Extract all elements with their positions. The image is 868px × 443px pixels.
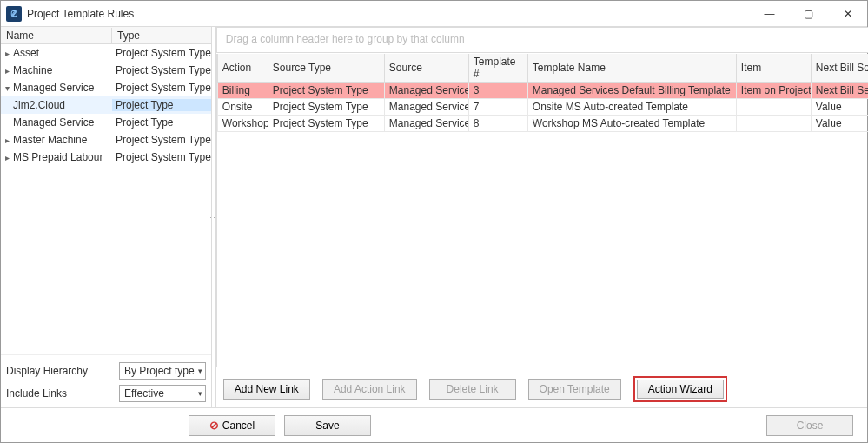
grid-header-template-num[interactable]: Template # (468, 54, 527, 83)
tree-row[interactable]: ▾Managed ServiceProject System Type (1, 79, 211, 96)
add-new-link-button[interactable]: Add New Link (223, 379, 310, 400)
cell-stype: Project System Type (268, 83, 384, 99)
titlebar: ⎚ Project Template Rules — ▢ ✕ (1, 1, 867, 27)
table-row[interactable]: OnsiteProject System TypeManaged Service… (217, 99, 868, 116)
close-button[interactable]: Close (766, 415, 853, 436)
window-title: Project Template Rules (27, 8, 134, 20)
left-controls: Display Hierarchy By Project type ▾ Incl… (1, 354, 211, 407)
right-buttons: Add New Link Add Action Link Delete Link… (216, 367, 868, 407)
window-frame: ⎚ Project Template Rules — ▢ ✕ Name Type… (0, 0, 868, 443)
tree-item-type: Project System Type (112, 151, 211, 163)
group-by-bar[interactable]: Drag a column header here to group by th… (216, 27, 868, 53)
table-row[interactable]: BillingProject System TypeManaged Servic… (217, 83, 868, 99)
tree-item-type: Project System Type (112, 82, 211, 94)
cell-item (736, 99, 811, 116)
tree-item-type: Project Type (112, 116, 211, 129)
open-template-button[interactable]: Open Template (528, 379, 621, 400)
grid-header-source[interactable]: Source (384, 54, 468, 83)
cell-stype: Project System Type (268, 116, 384, 132)
expand-toggle-icon[interactable]: ▸ (1, 153, 13, 162)
expand-toggle-icon[interactable]: ▸ (1, 66, 13, 76)
tree-item-label: Jim2.Cloud (13, 99, 65, 111)
footer: ⊘Cancel Save Close (1, 407, 867, 442)
cell-nbs: Value (811, 99, 868, 116)
tree-item-label: Managed Service (13, 116, 94, 129)
cell-tnum: 3 (468, 83, 527, 99)
action-wizard-highlight: Action Wizard (633, 376, 727, 402)
cell-source: Managed Service (384, 99, 468, 116)
app-icon: ⎚ (6, 6, 22, 22)
cell-action: Workshop (217, 116, 268, 132)
chevron-down-icon: ▾ (198, 389, 202, 398)
tree[interactable]: ▸AssetProject System Type▸MachineProject… (1, 44, 211, 354)
cancel-button[interactable]: ⊘Cancel (189, 415, 275, 436)
display-hierarchy-value: By Project type (124, 365, 195, 377)
tree-item-label: Managed Service (13, 82, 94, 94)
tree-item-label: Asset (13, 47, 39, 59)
display-hierarchy-select[interactable]: By Project type ▾ (119, 362, 206, 380)
window-maximize-button[interactable]: ▢ (789, 1, 828, 26)
add-action-link-button[interactable]: Add Action Link (322, 379, 417, 400)
cell-action: Onsite (217, 99, 268, 116)
tree-header-type[interactable]: Type (112, 28, 211, 43)
cancel-icon: ⊘ (209, 419, 219, 432)
cell-item: Item on Project (736, 83, 811, 99)
cell-item (736, 116, 811, 132)
chevron-down-icon: ▾ (198, 367, 202, 375)
cell-tnum: 8 (468, 116, 527, 132)
grid-header-source-type[interactable]: Source Type (268, 54, 384, 83)
cell-tname: Workshop MS Auto-created Template (527, 116, 736, 132)
window-close-button[interactable]: ✕ (828, 1, 867, 26)
include-links-select[interactable]: Effective ▾ (119, 385, 206, 402)
tree-row[interactable]: ▸MS Prepaid LabourProject System Type (1, 149, 211, 166)
expand-toggle-icon[interactable]: ▾ (1, 83, 13, 93)
table-row[interactable]: WorkshopProject System TypeManaged Servi… (217, 116, 868, 132)
grid-header-template-name[interactable]: Template Name (527, 54, 736, 83)
delete-link-button[interactable]: Delete Link (429, 379, 516, 400)
tree-item-type: Project Type (112, 99, 211, 111)
tree-row[interactable]: ▸MachineProject System Type (1, 62, 211, 79)
rules-grid[interactable]: Action Source Type Source Template # Tem… (217, 54, 868, 132)
tree-item-label: Master Machine (13, 134, 87, 146)
window-minimize-button[interactable]: — (750, 1, 789, 26)
grid-header-row: Action Source Type Source Template # Tem… (217, 54, 868, 83)
action-wizard-button[interactable]: Action Wizard (637, 380, 724, 399)
cell-source: Managed Service (384, 116, 468, 132)
cell-tnum: 7 (468, 99, 527, 116)
grid-header-next-bill[interactable]: Next Bill Source (811, 54, 868, 83)
cancel-label: Cancel (222, 420, 255, 432)
grid-header-action[interactable]: Action (217, 54, 268, 83)
expand-toggle-icon[interactable]: ▸ (1, 136, 13, 145)
tree-item-type: Project System Type (112, 47, 211, 59)
tree-item-label: MS Prepaid Labour (13, 151, 103, 163)
tree-row[interactable]: ▸AssetProject System Type (1, 44, 211, 62)
tree-row[interactable]: Managed ServiceProject Type (1, 114, 211, 131)
tree-row[interactable]: Jim2.CloudProject Type (1, 96, 211, 114)
cell-stype: Project System Type (268, 99, 384, 116)
cell-source: Managed Service (384, 83, 468, 99)
tree-item-label: Machine (13, 64, 52, 76)
cell-tname: Managed Services Default Billing Templat… (527, 83, 736, 99)
left-panel: Name Type ▸AssetProject System Type▸Mach… (1, 27, 212, 407)
tree-item-type: Project System Type (112, 134, 211, 146)
cell-nbs: Next Bill Settings on Project (811, 83, 868, 99)
save-button[interactable]: Save (284, 415, 371, 436)
tree-row[interactable]: ▸Master MachineProject System Type (1, 131, 211, 149)
cell-tname: Onsite MS Auto-created Template (527, 99, 736, 116)
include-links-value: Effective (124, 387, 164, 400)
tree-item-type: Project System Type (112, 64, 211, 76)
grid-wrap: Action Source Type Source Template # Tem… (216, 54, 868, 367)
cell-action: Billing (217, 83, 268, 99)
tree-header-name[interactable]: Name (1, 28, 112, 43)
tree-header: Name Type (1, 27, 211, 44)
cell-nbs: Value (811, 116, 868, 132)
grid-header-item[interactable]: Item (736, 54, 811, 83)
expand-toggle-icon[interactable]: ▸ (1, 49, 13, 58)
right-panel: Drag a column header here to group by th… (215, 27, 868, 407)
display-hierarchy-label: Display Hierarchy (6, 365, 119, 377)
include-links-label: Include Links (6, 387, 119, 400)
